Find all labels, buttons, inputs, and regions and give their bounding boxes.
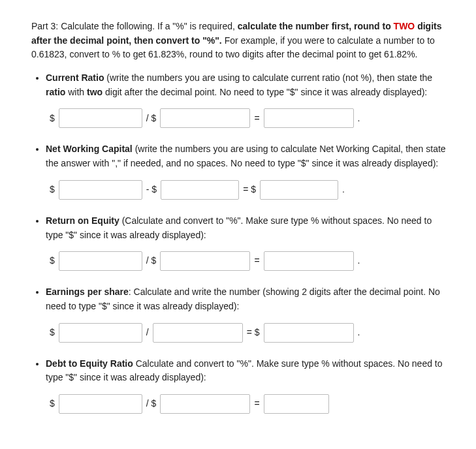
divide-dollar: / $ [146,112,157,126]
nwc-title: Net Working Capital [46,144,133,154]
eps-row: $ / = $ . [50,323,450,343]
cr-row: $ / $ = . [50,108,450,128]
cr-text-c: digit after the decimal point. No need t… [105,87,427,97]
equals-dollar: = $ [243,183,256,197]
nwc-input-1[interactable] [59,180,142,200]
eps-input-result[interactable] [264,323,354,343]
item-eps: Earnings per share: Calculate and write … [46,285,450,342]
intro-bold1: calculate the number first, round to [238,21,391,31]
cr-title2: ratio [46,87,65,97]
eps-input-2[interactable] [153,323,243,343]
de-input-2[interactable] [160,394,250,414]
cr-input-result[interactable] [264,108,354,128]
cr-text-a: (write the numbers you are using to calc… [106,72,432,83]
equals-sign: = [254,112,259,126]
intro-two: TWO [394,21,415,31]
item-nwc: Net Working Capital (write the numbers y… [46,142,450,199]
nwc-input-result[interactable] [260,180,338,200]
item-de: Debt to Equity Ratio Calculate and conve… [46,357,450,414]
cr-input-1[interactable] [59,108,142,128]
minus-dollar: - $ [146,183,157,197]
de-title: Debt to Equity Ratio [46,358,133,369]
dollar-sign: $ [50,112,55,126]
nwc-row: $ - $ = $ . [50,180,450,200]
de-input-1[interactable] [59,394,142,414]
dollar-sign: $ [50,397,55,411]
item-roe: Return on Equity (Calculate and convert … [46,214,450,271]
roe-input-2[interactable] [160,251,250,271]
dollar-sign: $ [50,254,55,268]
item-current-ratio: Current Ratio (write the numbers you are… [46,71,450,128]
roe-input-1[interactable] [59,251,142,271]
equals-sign: = [254,254,259,268]
eps-title: Earnings per share [46,286,129,297]
de-input-result[interactable] [264,394,329,414]
dollar-sign: $ [50,326,55,340]
trailing-period: . [358,326,360,340]
cr-bold-mid: two [87,87,103,97]
divide-dollar: / $ [146,254,157,268]
equals-dollar: = $ [247,326,260,340]
eps-input-1[interactable] [59,323,142,343]
nwc-input-2[interactable] [161,180,239,200]
cr-text-b: with [68,87,84,97]
roe-row: $ / $ = . [50,251,450,271]
cr-input-2[interactable] [160,108,250,128]
equals-sign: = [254,397,259,411]
roe-title: Return on Equity [46,215,119,226]
trailing-period: . [358,112,360,126]
dollar-sign: $ [50,183,55,197]
trailing-period: . [358,254,360,268]
intro-lead: Calculate the following. If a "%" is req… [61,21,235,31]
de-row: $ / $ = [50,394,450,414]
part3-intro: Part 3: Calculate the following. If a "%… [31,20,450,62]
divide-dollar: / $ [146,397,157,411]
part-label: Part 3: [31,21,58,31]
roe-input-result[interactable] [264,251,354,271]
divide-sign: / [146,326,149,340]
trailing-period: . [342,183,345,197]
cr-title: Current Ratio [46,72,104,83]
